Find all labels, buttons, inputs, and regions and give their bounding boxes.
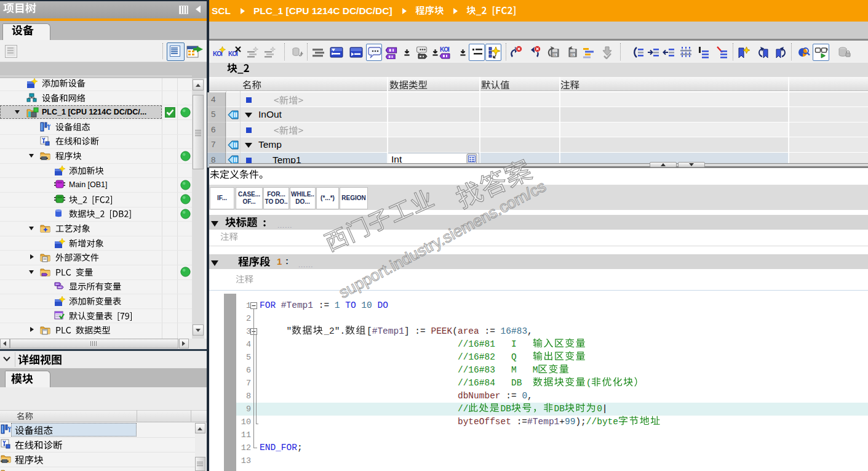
svg-text:KОI: KОI [440,46,450,53]
svg-text:01: 01 [571,54,575,57]
svg-text:KОI: KОI [213,50,223,57]
svg-text:01: 01 [553,54,557,57]
